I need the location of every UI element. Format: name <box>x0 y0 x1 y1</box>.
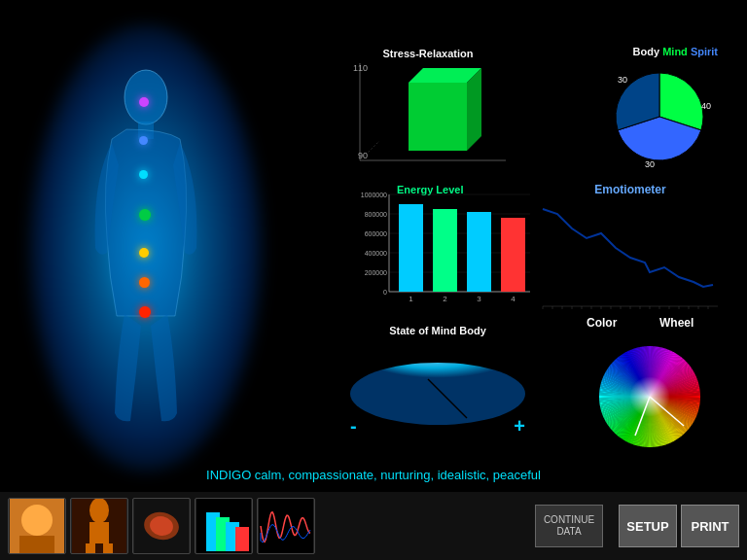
color-wheel <box>572 311 728 457</box>
continue-line1: CONTINUE <box>544 514 594 525</box>
continue-line2: DATA <box>556 526 581 537</box>
thumb-chart[interactable] <box>195 498 253 554</box>
state-of-mind-chart <box>331 321 545 447</box>
chakra-2 <box>139 170 148 179</box>
chakra-6 <box>139 306 151 318</box>
chakra-4 <box>139 248 149 258</box>
chakra-5 <box>139 277 150 288</box>
energy-chart <box>331 180 545 316</box>
thumb-face[interactable] <box>8 498 66 554</box>
status-label: INDIGO calm, compassionate, nurturing, i… <box>206 468 541 482</box>
print-button[interactable]: PRINT <box>681 505 739 547</box>
chakra-0 <box>139 97 149 107</box>
thumb-organ[interactable] <box>132 498 191 554</box>
setup-button[interactable]: SETUP <box>619 505 677 547</box>
status-text: INDIGO calm, compassionate, nurturing, i… <box>0 468 747 482</box>
body-mind-spirit-chart: Body Mind Spirit <box>572 44 728 180</box>
chakra-3 <box>139 209 151 221</box>
thumb-body[interactable] <box>70 498 128 554</box>
chakra-1 <box>139 136 148 145</box>
stress-chart <box>331 44 525 180</box>
bottom-toolbar: CONTINUE DATA SETUP PRINT <box>0 492 747 560</box>
emotiometer-chart <box>533 180 728 316</box>
continue-data-button[interactable]: CONTINUE DATA <box>535 505 603 547</box>
thumb-wave[interactable] <box>257 498 315 554</box>
